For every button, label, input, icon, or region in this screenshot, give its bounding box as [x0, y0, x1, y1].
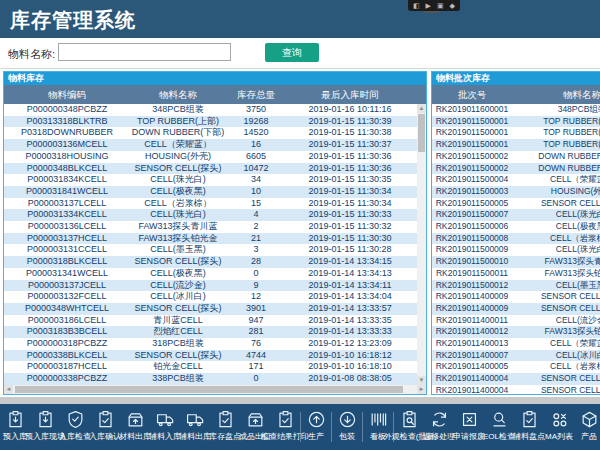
material-row[interactable]: P000003132FCELLCELL(冰川白)122019-01-14 13:… — [4, 291, 426, 303]
toolbar-item-ma-list[interactable]: MA列表 — [544, 404, 574, 441]
toolbar-item-aux-count[interactable]: 辅料盘点 — [514, 404, 544, 441]
material-row[interactable]: P000031841WCELLCELL(极夜黑)102019-01-15 11:… — [4, 186, 426, 198]
cell-2: 15 — [226, 198, 286, 210]
toolbar-item-product[interactable]: 产品 — [574, 404, 600, 441]
material-row[interactable]: P0003183B3BCELL烈焰红CELL2812019-01-14 13:3… — [4, 326, 426, 338]
column-header-2[interactable]: 库存总量 — [226, 85, 286, 104]
batch-row[interactable]: RK2019011600001348PCB组装 — [432, 104, 600, 116]
material-row[interactable]: P000031341WCELLCELL(极夜黑)02019-01-14 13:3… — [4, 268, 426, 280]
scroll-right-icon[interactable]: ► — [417, 385, 426, 394]
material-name-input[interactable] — [58, 43, 231, 61]
batch-row[interactable]: RK2019011400009SENSOR CELL(探头) — [432, 303, 600, 315]
cell-3: 2019-01-14 13:33:35 — [286, 315, 414, 327]
scroll-down-icon[interactable]: ▼ — [417, 376, 426, 385]
batch-row[interactable]: RK2019011400012FAW313探头铂光金 — [432, 326, 600, 338]
material-row[interactable]: P000003136MCELLCELL（荣耀蓝）162019-01-15 11:… — [4, 139, 426, 151]
batch-row[interactable]: RK2019011500007CELL(珠光白) — [432, 209, 600, 221]
material-row[interactable]: P000003137HCELLFAW313探头铂光金212019-01-15 1… — [4, 233, 426, 245]
batch-row[interactable]: RK2019011500009CELL(珠光白) — [432, 244, 600, 256]
cell-0: RK2019011500001 — [432, 116, 512, 128]
material-row[interactable]: P000000318PCBZZ318PCB组装762019-01-12 13:2… — [4, 338, 426, 350]
material-row[interactable]: P0000318BLKCELLSENSOR CELL(探头)282019-01-… — [4, 256, 426, 268]
toolbar-item-inbound-check[interactable]: 入库检查 — [60, 404, 90, 441]
recorder-window-icon[interactable]: ◧ — [413, 2, 420, 9]
batch-row[interactable]: RK2019011500012CELL(墨玉黑) — [432, 280, 600, 292]
batch-row[interactable]: RK2019011500005SENSOR CELL(探头) — [432, 198, 600, 210]
column-header-1[interactable]: 物料名称 — [130, 85, 226, 104]
toolbar-item-production[interactable]: 生产 — [301, 404, 331, 441]
toolbar-item-stock-count[interactable]: 库存盘点 — [210, 404, 240, 441]
material-row[interactable]: P000003137LCELLCELL（岩浆棕）152019-01-15 11:… — [4, 198, 426, 210]
cell-0: P000031834KCELL — [4, 174, 130, 186]
toolbar-item-aux-inbound[interactable]: 辅料入库 — [150, 404, 180, 441]
toolbar-item-rework[interactable]: 返修处理 — [424, 404, 454, 441]
recorder-marker-icon[interactable]: ◆ — [450, 2, 455, 9]
material-row[interactable]: P000003187HCELL铂光金CELL1712019-01-10 16:1… — [4, 361, 426, 373]
batch-row[interactable]: RK2019011500001TOP RUBBER(上部) — [432, 127, 600, 139]
material-row[interactable]: P00313318BLKTRBTOP RUBBER(上部)192682019-0… — [4, 116, 426, 128]
batch-row[interactable]: RK2019011500004CELL（荣耀蓝） — [432, 174, 600, 186]
toolbar-item-pre-inbound-site[interactable]: 预入库现场 — [30, 404, 60, 441]
material-row[interactable]: P0000338BLKCELLSENSOR CELL(探头)47442019-0… — [4, 350, 426, 362]
recorder-grid-icon[interactable]: ▣ — [437, 2, 444, 9]
material-row[interactable]: P000000348PCBZZ348PCB组装37502019-01-16 10… — [4, 104, 426, 116]
cell-1: TOP RUBBER(上部) — [512, 139, 600, 151]
material-row[interactable]: P000000338PCBZZ338PCB组装02019-01-08 08:38… — [4, 373, 426, 385]
batch-row[interactable]: RK2019011400011CELL(流沙金) — [432, 315, 600, 327]
column-header-3[interactable]: 最后入库时间 — [286, 85, 414, 104]
toolbar-item-label: 生产 — [308, 432, 324, 441]
cell-3: 2019-01-14 13:33:33 — [286, 326, 414, 338]
batch-row[interactable]: RK2019011500003HOUSING(外壳) — [432, 186, 600, 198]
column-header-0[interactable]: 物料编码 — [4, 85, 130, 104]
recorder-drag-handle[interactable] — [424, 11, 440, 13]
material-row[interactable]: P000003136LCELLFAW313探头青川蓝22019-01-15 11… — [4, 221, 426, 233]
column-header-0[interactable]: 批次号 — [432, 85, 512, 104]
material-row[interactable]: P0000318HOUSINGHOUSING(外壳)66052019-01-15… — [4, 151, 426, 163]
material-row[interactable]: P000003186LCELL青川蓝CELL9472019-01-14 13:3… — [4, 315, 426, 327]
column-header-1[interactable]: 物料名称 — [512, 85, 600, 104]
material-row[interactable]: P000031334KCELLCELL(珠光白)42019-01-15 11:3… — [4, 209, 426, 221]
vertical-scrollbar[interactable]: ▲▼ — [417, 104, 426, 385]
batch-row[interactable]: RK2019011500001TOP RUBBER(上部) — [432, 116, 600, 128]
cell-1: 338PCB组装 — [130, 373, 226, 385]
batch-row[interactable]: RK2019011400005CELL（岩浆棕） — [432, 361, 600, 373]
batch-row[interactable]: RK2019011500008CELL（岩浆棕） — [432, 233, 600, 245]
batch-row[interactable]: RK2019011500010FAW313探头青川蓝 — [432, 256, 600, 268]
material-row[interactable]: P0000348WHTCELLSENSOR CELL(探头)39012019-0… — [4, 303, 426, 315]
batch-row[interactable]: RK2019011400007CELL(冰川白) — [432, 350, 600, 362]
material-row[interactable]: P0000348BLKCELLSENSOR CELL(探头)104722019-… — [4, 163, 426, 175]
cell-3: 2019-01-15 11:30:30 — [286, 233, 414, 245]
toolbar-item-scrap-request[interactable]: 申请报废 — [454, 404, 484, 441]
screen-recorder-overlay[interactable]: ◧ ▶ ▣ ◆ — [408, 0, 460, 11]
batch-row[interactable]: RK2019011500001TOP RUBBER(上部) — [432, 139, 600, 151]
material-row[interactable]: P0318DOWNRUBBERDOWN RUBBER(下部)145202019-… — [4, 127, 426, 139]
batch-row[interactable]: RK2019011400004SENSOR CELL(探头) — [432, 385, 600, 394]
material-row[interactable]: P000031834KCELLCELL(珠光白)342019-01-15 11:… — [4, 174, 426, 186]
toolbar-item-material-outbound[interactable]: 材料出库 — [120, 404, 150, 441]
toolbar-item-packaging[interactable]: 包装 — [332, 404, 362, 441]
clipboard-check-icon — [216, 410, 235, 429]
material-row[interactable]: P000003131CCELLCELL(墨玉黑)32019-01-15 11:3… — [4, 244, 426, 256]
batch-row[interactable]: RK2019011500002DOWN RUBBER(下部) — [432, 151, 600, 163]
batch-row[interactable]: RK2019011400013CELL（荣耀蓝） — [432, 338, 600, 350]
batch-row[interactable]: RK2019011500006CELL(极夜黑) — [432, 221, 600, 233]
toolbar-item-aux-outbound[interactable]: 辅料出库 — [180, 404, 210, 441]
toolbar-item-eol-check[interactable]: EOL检查 — [484, 404, 514, 441]
material-row[interactable]: P000003137JCELLCELL(流沙金)92019-01-14 13:3… — [4, 280, 426, 292]
horizontal-scrollbar[interactable]: ◄ ► — [4, 385, 426, 394]
batch-row[interactable]: RK2019011400009SENSOR CELL(探头) — [432, 291, 600, 303]
recorder-play-icon[interactable]: ▶ — [426, 2, 431, 9]
toolbar-item-check-result-print[interactable]: 检查结果打印 — [270, 404, 300, 441]
vscroll-thumb[interactable] — [418, 114, 425, 152]
cell-0: RK2019011500004 — [432, 174, 512, 186]
scroll-left-icon[interactable]: ◄ — [4, 385, 13, 394]
toolbar-item-visual-check[interactable]: 外观检查(批量 — [394, 404, 424, 441]
hscroll-thumb[interactable] — [15, 386, 403, 393]
scroll-up-icon[interactable]: ▲ — [417, 104, 426, 113]
batch-row[interactable]: RK2019011500002DOWN RUBBER(下部) — [432, 163, 600, 175]
clipboard-check-icon — [276, 410, 295, 429]
toolbar-item-inbound-confirm[interactable]: 入库确认 — [90, 404, 120, 441]
batch-row[interactable]: RK2019011400004SENSOR CELL(探头) — [432, 373, 600, 385]
batch-row[interactable]: RK2019011500011FAW313探头铂光金 — [432, 268, 600, 280]
query-button[interactable]: 查询 — [265, 43, 319, 62]
